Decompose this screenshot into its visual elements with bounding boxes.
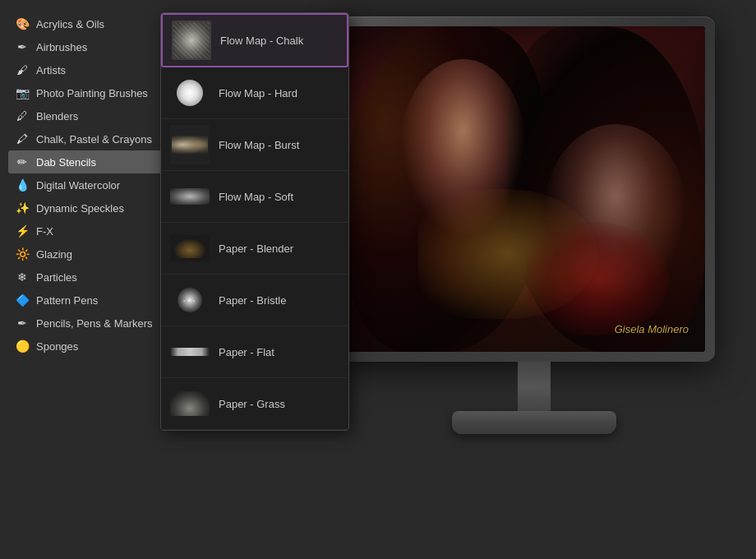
brush-panel: Flow Map - Chalk Flow Map - Hard Flow Ma… [160, 12, 349, 431]
sidebar-label-airbrushes: Airbrushes [36, 41, 87, 53]
glazing-icon: 🔆 [15, 247, 30, 261]
sidebar-label-pattern-pens: Pattern Pens [36, 294, 98, 307]
sidebar-item-glazing[interactable]: 🔆 Glazing [8, 243, 168, 266]
sidebar-item-chalk-pastel[interactable]: 🖍 Chalk, Pastel & Crayons [8, 127, 168, 150]
sidebar-label-particles: Particles [36, 271, 77, 284]
brush-label-paper-flat: Paper - Flat [219, 346, 340, 358]
brush-preview-grass [169, 383, 210, 424]
artists-icon: 🖌 [15, 62, 30, 77]
brush-preview-hard [169, 72, 210, 113]
digital-watercolor-icon: 💧 [15, 178, 30, 192]
sidebar-item-digital-watercolor[interactable]: 💧 Digital Watercolor [8, 173, 168, 196]
sidebar: 🎨 Acrylics & Oils ✒ Airbrushes 🖌 Artists… [8, 12, 168, 358]
chalk-texture [172, 21, 211, 60]
pattern-pens-icon: 🔷 [15, 293, 30, 307]
dab-stencils-icon: ✏ [15, 155, 30, 169]
brush-item-paper-bristle[interactable]: Paper - Bristle [161, 275, 348, 326]
artwork-credit: Gisela Molinero [615, 323, 689, 335]
sidebar-label-digital-watercolor: Digital Watercolor [36, 179, 120, 192]
sidebar-item-sponges[interactable]: 🟡 Sponges [8, 335, 168, 358]
sidebar-item-fx[interactable]: ⚡ F-X [8, 219, 168, 243]
soft-texture [170, 188, 210, 205]
brush-label-paper-bristle: Paper - Bristle [219, 294, 340, 307]
sidebar-label-blenders: Blenders [36, 110, 78, 122]
burst-texture [170, 125, 210, 164]
sidebar-label-fx: F-X [36, 225, 53, 238]
bristle-texture [177, 288, 202, 312]
brush-preview-chalk [171, 20, 212, 61]
airbrushes-icon: ✒ [15, 39, 30, 54]
brush-item-paper-flat[interactable]: Paper - Flat [161, 326, 348, 378]
sidebar-item-blenders[interactable]: 🖊 Blenders [8, 104, 168, 127]
sponges-icon: 🟡 [15, 339, 30, 353]
sidebar-label-chalk-pastel: Chalk, Pastel & Crayons [36, 133, 152, 146]
sidebar-item-acrylics-oils[interactable]: 🎨 Acrylics & Oils [8, 12, 168, 35]
sidebar-item-pattern-pens[interactable]: 🔷 Pattern Pens [8, 289, 168, 312]
pencils-pens-icon: ✒ [15, 316, 30, 330]
brush-preview-blender [169, 228, 210, 269]
sidebar-item-artists[interactable]: 🖌 Artists [8, 58, 168, 81]
monitor: Gisela Molinero [337, 16, 731, 493]
blenders-icon: 🖊 [15, 109, 30, 123]
sidebar-label-artists: Artists [36, 64, 66, 76]
brush-label-paper-grass: Paper - Grass [219, 398, 340, 410]
brush-preview-flat [169, 331, 210, 372]
brush-label-flow-map-soft: Flow Map - Soft [219, 191, 340, 203]
brush-item-flow-map-soft[interactable]: Flow Map - Soft [161, 171, 348, 223]
brush-label-paper-blender: Paper - Blender [219, 243, 340, 255]
sidebar-label-dab-stencils: Dab Stencils [36, 156, 96, 169]
brush-label-flow-map-hard: Flow Map - Hard [219, 87, 340, 99]
chalk-pastel-icon: 🖍 [15, 132, 30, 146]
brush-item-paper-blender[interactable]: Paper - Blender [161, 223, 348, 275]
monitor-base [452, 411, 616, 434]
hard-texture [177, 80, 203, 106]
sidebar-item-pencils-pens[interactable]: ✒ Pencils, Pens & Markers [8, 312, 168, 335]
sidebar-label-photo-painting: Photo Painting Brushes [36, 87, 148, 99]
monitor-bezel: Gisela Molinero [337, 16, 715, 362]
dynamic-speckles-icon: ✨ [15, 201, 30, 215]
blender-texture [170, 235, 210, 261]
brush-item-flow-map-chalk[interactable]: Flow Map - Chalk [161, 13, 348, 67]
sidebar-item-dab-stencils[interactable]: ✏ Dab Stencils [8, 150, 168, 173]
particles-icon: ❄ [15, 270, 30, 284]
fx-icon: ⚡ [15, 224, 30, 238]
brush-item-flow-map-burst[interactable]: Flow Map - Burst [161, 119, 348, 171]
sidebar-label-glazing: Glazing [36, 248, 72, 261]
brush-preview-burst [169, 124, 210, 165]
brush-preview-bristle [169, 280, 210, 321]
brush-label-flow-map-chalk: Flow Map - Chalk [220, 35, 339, 47]
brush-preview-soft [169, 176, 210, 217]
sidebar-item-photo-painting[interactable]: 📷 Photo Painting Brushes [8, 81, 168, 104]
sidebar-item-dynamic-speckles[interactable]: ✨ Dynamic Speckles [8, 196, 168, 219]
artwork-cloth-red [526, 222, 669, 336]
sidebar-label-acrylics-oils: Acrylics & Oils [36, 18, 104, 30]
sidebar-label-dynamic-speckles: Dynamic Speckles [36, 202, 124, 215]
flat-texture [170, 348, 210, 356]
sidebar-label-sponges: Sponges [36, 340, 78, 353]
photo-painting-icon: 📷 [15, 85, 30, 100]
brush-label-flow-map-burst: Flow Map - Burst [219, 139, 340, 151]
brush-item-paper-grass[interactable]: Paper - Grass [161, 378, 348, 430]
artwork-display: Gisela Molinero [347, 26, 705, 352]
monitor-screen: Gisela Molinero [347, 26, 705, 352]
monitor-neck [518, 362, 551, 411]
acrylics-oils-icon: 🎨 [15, 16, 30, 31]
sidebar-item-particles[interactable]: ❄ Particles [8, 266, 168, 289]
brush-item-flow-map-hard[interactable]: Flow Map - Hard [161, 67, 348, 119]
sidebar-item-airbrushes[interactable]: ✒ Airbrushes [8, 35, 168, 58]
grass-texture [170, 391, 210, 416]
sidebar-label-pencils-pens: Pencils, Pens & Markers [36, 317, 153, 330]
